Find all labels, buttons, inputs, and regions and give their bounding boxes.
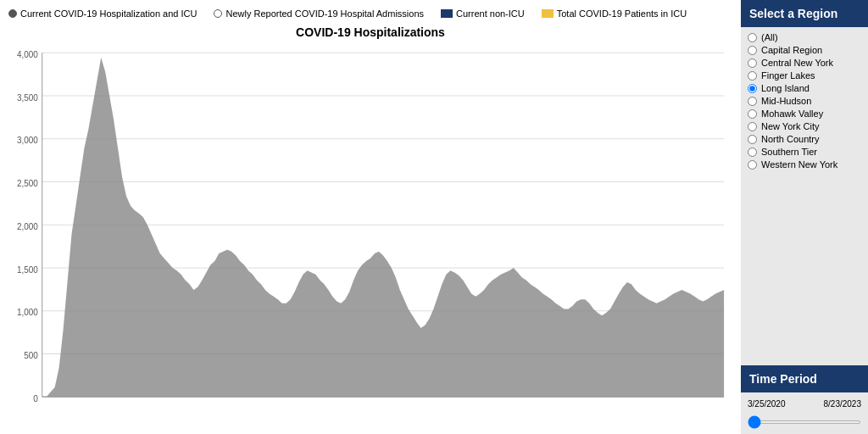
region-label-north-country: North Country [761,134,819,144]
legend-item-hosp-icu: Current COVID-19 Hospitalization and ICU [8,8,197,19]
region-item-mohawk-valley[interactable]: Mohawk Valley [748,108,861,119]
region-item-central-new-york[interactable]: Central New York [748,58,861,68]
legend-icon-hosp-icu [8,9,17,18]
region-item-western-new-york[interactable]: Western New York [748,159,861,170]
svg-text:500: 500 [24,349,38,360]
svg-text:2,000: 2,000 [17,220,38,231]
legend-item-non-icu: Current non-ICU [441,8,525,19]
legend-icon-non-icu [441,9,453,18]
select-region-header: Select a Region [741,0,868,27]
region-radio-central-new-york[interactable] [748,58,757,68]
region-label-finger-lakes: Finger Lakes [761,70,815,81]
region-item-finger-lakes[interactable]: Finger Lakes [748,70,861,81]
region-item-long-island[interactable]: Long Island [748,83,861,93]
region-label-all: (All) [761,32,778,42]
chart-legend: Current COVID-19 Hospitalization and ICU… [8,8,732,19]
svg-text:1,500: 1,500 [17,264,38,275]
region-label-mid-hudson: Mid-Hudson [761,96,811,106]
region-radio-southern-tier[interactable] [748,147,757,157]
svg-text:0: 0 [33,392,38,403]
region-label-long-island: Long Island [761,83,810,93]
svg-text:4,000: 4,000 [17,48,38,59]
chart-svg: 4,000 3,500 3,000 2,500 2,000 1,500 1,00… [8,43,732,426]
svg-text:3,000: 3,000 [17,135,38,146]
legend-label-non-icu: Current non-ICU [456,8,525,19]
region-radio-mohawk-valley[interactable] [748,109,757,119]
chart-title: COVID-19 Hospitalizations [8,25,732,39]
svg-text:2,500: 2,500 [17,178,38,189]
region-label-western-new-york: Western New York [761,159,837,170]
time-start-label: 3/25/2020 [748,399,786,409]
legend-label-total-icu: Total COVID-19 Patients in ICU [557,8,687,19]
region-item-mid-hudson[interactable]: Mid-Hudson [748,96,861,106]
time-period-labels: 3/25/2020 8/23/2023 [748,399,861,409]
region-radio-all[interactable] [748,33,757,42]
legend-icon-newly-reported [214,9,222,18]
time-end-label: 8/23/2023 [824,399,862,409]
region-radio-mid-hudson[interactable] [748,97,757,106]
slider-container [748,412,861,427]
region-radio-capital-region[interactable] [748,46,757,55]
region-label-new-york-city: New York City [761,121,819,131]
region-item-all[interactable]: (All) [748,32,861,42]
time-period-slider[interactable] [748,420,861,424]
main-content: Current COVID-19 Hospitalization and ICU… [0,0,741,434]
region-list: (All)Capital RegionCentral New YorkFinge… [741,27,868,365]
region-radio-north-country[interactable] [748,135,757,144]
region-label-central-new-york: Central New York [761,58,833,68]
region-radio-long-island[interactable] [748,84,757,93]
region-label-capital-region: Capital Region [761,45,822,55]
svg-text:1,000: 1,000 [17,307,38,318]
legend-label-hosp-icu: Current COVID-19 Hospitalization and ICU [20,8,197,19]
region-item-new-york-city[interactable]: New York City [748,121,861,131]
legend-item-total-icu: Total COVID-19 Patients in ICU [542,8,687,19]
region-radio-new-york-city[interactable] [748,122,757,131]
time-period-section: 3/25/2020 8/23/2023 [741,392,868,434]
svg-marker-18 [42,58,724,397]
legend-label-newly-reported: Newly Reported COVID-19 Hospital Admissi… [225,8,424,19]
legend-icon-total-icu [542,9,554,18]
region-item-southern-tier[interactable]: Southern Tier [748,147,861,157]
region-item-capital-region[interactable]: Capital Region [748,45,861,55]
region-radio-western-new-york[interactable] [748,160,757,170]
region-item-north-country[interactable]: North Country [748,134,861,144]
sidebar: Select a Region (All)Capital RegionCentr… [741,0,868,434]
region-radio-finger-lakes[interactable] [748,71,757,81]
region-label-mohawk-valley: Mohawk Valley [761,108,823,119]
chart-container: 4,000 3,500 3,000 2,500 2,000 1,500 1,00… [8,43,732,426]
time-period-header: Time Period [741,365,868,392]
svg-text:3,500: 3,500 [17,92,38,103]
region-label-southern-tier: Southern Tier [761,147,817,157]
legend-item-newly-reported: Newly Reported COVID-19 Hospital Admissi… [214,8,424,19]
